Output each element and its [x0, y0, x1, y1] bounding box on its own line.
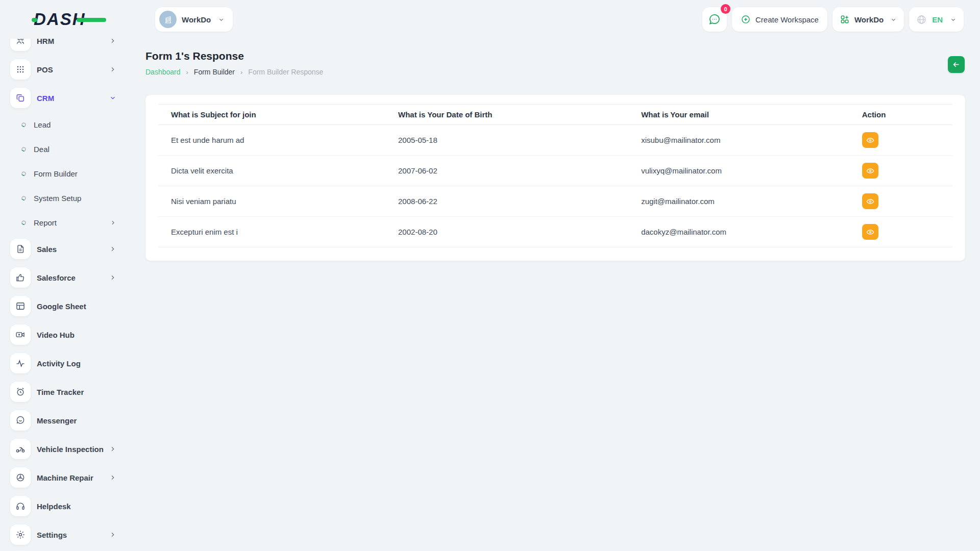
table-row: Nisi veniam pariatu 2008-06-22 zugit@mai… [158, 186, 952, 217]
view-response-button[interactable] [862, 224, 878, 240]
view-response-button[interactable] [862, 163, 878, 179]
sidebar-item-report[interactable]: Report [0, 210, 127, 235]
table-row: Et est unde harum ad 2005-05-18 xisubu@m… [158, 125, 952, 156]
chevron-right-icon [109, 474, 116, 481]
sidebar-item-sales[interactable]: Sales [0, 235, 127, 263]
sidebar-item-label: Deal [34, 145, 50, 154]
spreadsheet-icon [10, 296, 31, 316]
cell-date-of-birth: 2002-08-20 [385, 217, 628, 247]
chevron-down-icon [950, 16, 957, 23]
sidebar-item-vehicle-inspection[interactable]: Vehicle Inspection [0, 435, 127, 463]
fan-icon [10, 467, 31, 488]
header-email: What is Your email [628, 105, 849, 125]
table-row: Dicta velit exercita 2007-06-02 vulixyq@… [158, 156, 952, 186]
pos-icon [10, 59, 31, 80]
breadcrumb-form-builder[interactable]: Form Builder [194, 68, 235, 76]
view-response-button[interactable] [862, 193, 878, 209]
sidebar-item-pos[interactable]: POS [0, 55, 127, 84]
responses-table: What is Subject for join What is Your Da… [158, 104, 952, 247]
cell-email: dacokyz@mailinator.com [628, 217, 849, 247]
sidebar: HRM POS CRM Lead Deal Fo [0, 27, 127, 549]
sidebar-item-label: System Setup [34, 194, 81, 203]
sidebar-item-label: Google Sheet [37, 302, 86, 311]
sidebar-item-crm[interactable]: CRM [0, 84, 127, 112]
breadcrumb-current: Form Builder Response [248, 68, 323, 76]
messenger-icon [10, 410, 31, 431]
breadcrumb-dashboard[interactable]: Dashboard [145, 68, 181, 76]
chevron-down-icon [218, 16, 225, 23]
sidebar-item-video-hub[interactable]: Video Hub [0, 320, 127, 349]
cell-date-of-birth: 2007-06-02 [385, 156, 628, 186]
view-response-button[interactable] [862, 132, 878, 148]
sidebar-item-google-sheet[interactable]: Google Sheet [0, 292, 127, 320]
messages-count-badge: 0 [721, 4, 730, 14]
workspace-selector[interactable]: WorkDo [155, 7, 233, 32]
cell-date-of-birth: 2008-06-22 [385, 186, 628, 217]
chevron-right-icon [110, 219, 116, 226]
globe-icon [916, 14, 927, 25]
thumbs-up-icon [10, 267, 31, 288]
create-workspace-button[interactable]: Create Workspace [732, 7, 827, 32]
back-button[interactable] [948, 56, 965, 73]
sidebar-item-lead[interactable]: Lead [0, 112, 127, 137]
sidebar-item-deal[interactable]: Deal [0, 137, 127, 161]
chevron-down-icon [109, 94, 116, 102]
chevron-right-icon [109, 445, 116, 453]
cell-email: vulixyq@mailinator.com [628, 156, 849, 186]
chevron-down-icon [890, 16, 897, 23]
page-title: Form 1's Response [145, 50, 244, 62]
cell-subject: Nisi veniam pariatu [158, 186, 385, 217]
sidebar-item-form-builder[interactable]: Form Builder [0, 161, 127, 186]
sidebar-item-system-setup[interactable]: System Setup [0, 186, 127, 210]
bullet-icon [21, 170, 27, 177]
chevron-right-icon [109, 274, 116, 281]
cell-email: zugit@mailinator.com [628, 186, 849, 217]
sidebar-item-activity-log[interactable]: Activity Log [0, 349, 127, 378]
workspace-name: WorkDo [182, 15, 211, 24]
eye-icon [866, 167, 874, 175]
sidebar-item-label: Video Hub [37, 331, 75, 339]
sidebar-item-label: Lead [34, 120, 51, 129]
sidebar-item-salesforce[interactable]: Salesforce [0, 263, 127, 292]
bullet-icon [21, 219, 27, 226]
headphones-icon [10, 496, 31, 516]
language-selector[interactable]: EN [909, 7, 964, 32]
sidebar-item-time-tracker[interactable]: Time Tracker [0, 378, 127, 406]
header-date-of-birth: What is Your Date of Birth [385, 105, 628, 125]
eye-icon [866, 136, 874, 144]
sidebar-item-label: Salesforce [37, 273, 76, 282]
gear-icon [10, 524, 31, 545]
plus-circle-icon [741, 14, 751, 24]
video-camera-icon [10, 324, 31, 345]
table-row: Excepturi enim est i 2002-08-20 dacokyz@… [158, 217, 952, 247]
alarm-clock-icon [10, 382, 31, 402]
sidebar-item-helpdesk[interactable]: Helpdesk [0, 492, 127, 520]
breadcrumb-separator: › [240, 68, 242, 76]
sidebar-item-label: Activity Log [37, 359, 81, 368]
sidebar-item-label: Machine Repair [37, 473, 93, 482]
app-logo[interactable]: DASH [34, 9, 105, 30]
bullet-icon [21, 146, 27, 152]
sidebar-item-label: Report [34, 218, 57, 227]
chat-icon [708, 13, 721, 26]
header-subject: What is Subject for join [158, 105, 385, 125]
messages-button[interactable]: 0 [702, 7, 727, 32]
cell-date-of-birth: 2005-05-18 [385, 125, 628, 156]
sidebar-item-settings[interactable]: Settings [0, 520, 127, 549]
cell-subject: Et est unde harum ad [158, 125, 385, 156]
chevron-right-icon [109, 245, 116, 253]
workspace-avatar [159, 11, 177, 28]
cell-subject: Dicta velit exercita [158, 156, 385, 186]
logo-green-bar [77, 18, 106, 22]
sidebar-item-machine-repair[interactable]: Machine Repair [0, 463, 127, 492]
logo-green-dash [32, 18, 37, 22]
sidebar-item-messenger[interactable]: Messenger [0, 406, 127, 435]
chevron-right-icon [109, 66, 116, 73]
sidebar-item-label: Settings [37, 531, 67, 539]
motorcycle-icon [10, 439, 31, 459]
sidebar-item-label: Time Tracker [37, 388, 84, 396]
workspace-menu[interactable]: WorkDo [832, 7, 904, 32]
cell-subject: Excepturi enim est i [158, 217, 385, 247]
sidebar-item-label: POS [37, 65, 53, 74]
activity-icon [10, 353, 31, 373]
